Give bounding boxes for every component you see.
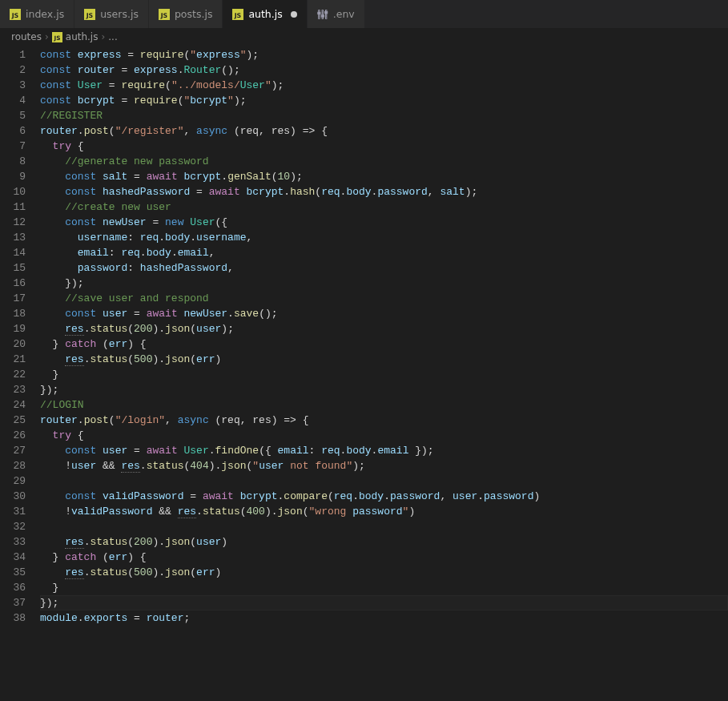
svg-rect-9: [322, 10, 323, 18]
js-file-icon: JS: [52, 32, 62, 42]
tab-label: users.js: [100, 8, 139, 20]
svg-text:JS: JS: [234, 11, 242, 18]
tab-bar: JS index.js JS users.js JS posts.js JS a…: [0, 0, 728, 28]
svg-text:JS: JS: [160, 11, 168, 18]
svg-rect-11: [318, 12, 320, 14]
breadcrumb-folder: routes: [11, 31, 42, 42]
modified-indicator-icon: [291, 11, 297, 18]
tab-posts-js[interactable]: JS posts.js: [149, 0, 223, 28]
tab-index-js[interactable]: JS index.js: [0, 0, 74, 28]
code-content[interactable]: const express = require("express");const…: [40, 46, 728, 627]
js-file-icon: JS: [10, 9, 21, 20]
breadcrumb-trail: ...: [108, 31, 117, 42]
svg-text:JS: JS: [11, 11, 19, 18]
js-file-icon: JS: [159, 9, 170, 20]
tab-label: auth.js: [248, 8, 282, 20]
breadcrumb[interactable]: routes › JS auth.js › ...: [0, 28, 728, 46]
svg-text:JS: JS: [53, 34, 60, 41]
svg-text:JS: JS: [86, 11, 94, 18]
tab-label: .env: [333, 8, 355, 20]
tab-label: index.js: [26, 8, 64, 20]
tab-env[interactable]: .env: [308, 0, 365, 28]
tab-auth-js[interactable]: JS auth.js: [223, 0, 307, 28]
line-number-gutter: 1234567891011121314151617181920212223242…: [0, 46, 40, 627]
chevron-right-icon: ›: [101, 31, 105, 42]
svg-rect-13: [324, 11, 327, 13]
js-file-icon: JS: [84, 9, 95, 20]
svg-rect-12: [321, 14, 324, 16]
code-editor[interactable]: 1234567891011121314151617181920212223242…: [0, 46, 728, 627]
settings-icon: [317, 9, 328, 20]
chevron-right-icon: ›: [45, 31, 49, 42]
tab-users-js[interactable]: JS users.js: [74, 0, 149, 28]
js-file-icon: JS: [232, 9, 243, 20]
tab-label: posts.js: [175, 8, 212, 20]
breadcrumb-file: auth.js: [66, 31, 99, 42]
